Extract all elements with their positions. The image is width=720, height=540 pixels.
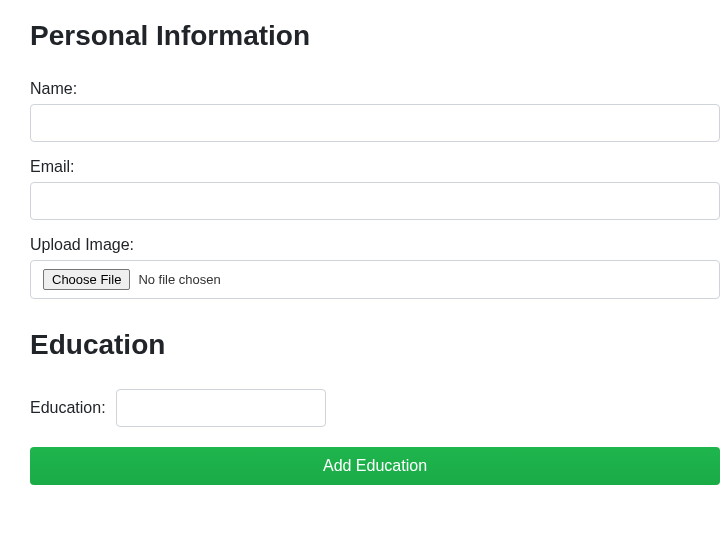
upload-form-group: Upload Image: Choose File No file chosen [30, 236, 720, 299]
education-form-group: Education: [30, 389, 720, 427]
personal-information-heading: Personal Information [30, 20, 720, 52]
name-label: Name: [30, 80, 720, 98]
name-input[interactable] [30, 104, 720, 142]
file-status-text: No file chosen [138, 272, 220, 287]
email-label: Email: [30, 158, 720, 176]
upload-label: Upload Image: [30, 236, 720, 254]
file-input-wrapper[interactable]: Choose File No file chosen [30, 260, 720, 299]
email-input[interactable] [30, 182, 720, 220]
education-heading: Education [30, 329, 720, 361]
choose-file-button[interactable]: Choose File [43, 269, 130, 290]
name-form-group: Name: [30, 80, 720, 142]
education-input[interactable] [116, 389, 326, 427]
form-container: Personal Information Name: Email: Upload… [0, 0, 720, 485]
add-education-button[interactable]: Add Education [30, 447, 720, 485]
education-label: Education: [30, 399, 106, 417]
email-form-group: Email: [30, 158, 720, 220]
